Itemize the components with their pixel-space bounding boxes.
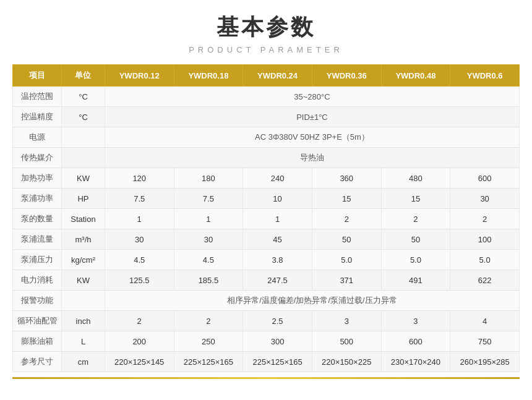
row-cell: 4.5 <box>105 250 174 270</box>
row-unit: Station <box>62 209 105 229</box>
row-cell: 360 <box>312 168 381 189</box>
table-row: 传热媒介导热油 <box>13 148 520 168</box>
row-cell: 2 <box>450 209 520 229</box>
row-cell: 120 <box>105 168 174 189</box>
row-cell: 622 <box>450 270 520 291</box>
row-cell: 10 <box>243 189 312 209</box>
row-name: 泵浦功率 <box>13 189 62 209</box>
row-cell: 5.0 <box>450 250 520 270</box>
row-unit: KW <box>62 270 105 291</box>
row-unit <box>62 291 105 311</box>
bottom-line <box>12 377 520 379</box>
row-name: 泵浦流量 <box>13 229 62 250</box>
row-cell: 600 <box>450 168 520 189</box>
table-row: 膨胀油箱L200250300500600750 <box>13 331 520 352</box>
row-cell: 2 <box>174 311 243 331</box>
table-row: 泵浦流量m³/h3030455050100 <box>13 229 520 250</box>
row-cell: 30 <box>450 189 520 209</box>
row-span-value: PID±1°C <box>105 107 519 127</box>
row-unit: °C <box>62 87 105 107</box>
row-cell: 15 <box>312 189 381 209</box>
row-cell: 240 <box>243 168 312 189</box>
row-unit: cm <box>62 352 105 372</box>
row-cell: 5.0 <box>381 250 450 270</box>
row-cell: 3 <box>381 311 450 331</box>
row-unit: KW <box>62 168 105 189</box>
row-name: 泵浦压力 <box>13 250 62 270</box>
row-cell: 2 <box>105 311 174 331</box>
row-cell: 750 <box>450 331 520 352</box>
header-col3: YWDR0.24 <box>243 65 312 87</box>
row-cell: 220×125×145 <box>105 352 174 372</box>
header-col5: YWDR0.48 <box>381 65 450 87</box>
header-col4: YWDR0.36 <box>312 65 381 87</box>
row-span-value: 导热油 <box>105 148 519 168</box>
header-col1: YWDR0.12 <box>105 65 174 87</box>
row-cell: 491 <box>381 270 450 291</box>
table-header-row: 项目 单位 YWDR0.12 YWDR0.18 YWDR0.24 YWDR0.3… <box>13 65 520 87</box>
row-cell: 1 <box>174 209 243 229</box>
row-unit <box>62 127 105 148</box>
row-cell: 4 <box>450 311 520 331</box>
row-cell: 50 <box>381 229 450 250</box>
row-name: 加热功率 <box>13 168 62 189</box>
row-cell: 2 <box>381 209 450 229</box>
row-cell: 2.5 <box>243 311 312 331</box>
row-cell: 247.5 <box>243 270 312 291</box>
row-cell: 30 <box>105 229 174 250</box>
table-wrapper: 项目 单位 YWDR0.12 YWDR0.18 YWDR0.24 YWDR0.3… <box>12 64 520 372</box>
row-name: 泵的数量 <box>13 209 62 229</box>
table-body: 温控范围°C35~280°C控温精度°CPID±1°C电源AC 3Φ380V 5… <box>13 87 520 372</box>
row-cell: 480 <box>381 168 450 189</box>
row-cell: 371 <box>312 270 381 291</box>
row-cell: 1 <box>105 209 174 229</box>
table-row: 泵浦功率HP7.57.510151530 <box>13 189 520 209</box>
row-unit: °C <box>62 107 105 127</box>
header-col6: YWDR0.6 <box>450 65 520 87</box>
table-row: 报警功能相序异常/温度偏差/加热异常/泵浦过载/压力异常 <box>13 291 520 311</box>
row-unit: HP <box>62 189 105 209</box>
row-cell: 300 <box>243 331 312 352</box>
row-cell: 5.0 <box>312 250 381 270</box>
row-cell: 3 <box>312 311 381 331</box>
header-unit: 单位 <box>62 65 105 87</box>
row-cell: 200 <box>105 331 174 352</box>
row-cell: 230×170×240 <box>381 352 450 372</box>
row-cell: 50 <box>312 229 381 250</box>
page-title: 基本参数 <box>217 12 315 43</box>
row-unit <box>62 148 105 168</box>
row-cell: 4.5 <box>174 250 243 270</box>
table-row: 电源AC 3Φ380V 50HZ 3P+E（5m） <box>13 127 520 148</box>
table-row: 电力消耗KW125.5185.5247.5371491622 <box>13 270 520 291</box>
row-cell: 1 <box>243 209 312 229</box>
header-item: 项目 <box>13 65 62 87</box>
row-cell: 100 <box>450 229 520 250</box>
row-name: 电力消耗 <box>13 270 62 291</box>
row-cell: 2 <box>312 209 381 229</box>
row-name: 循环油配管 <box>13 311 62 331</box>
row-cell: 7.5 <box>174 189 243 209</box>
row-cell: 225×125×165 <box>243 352 312 372</box>
row-name: 温控范围 <box>13 87 62 107</box>
row-cell: 260×195×285 <box>450 352 520 372</box>
table-row: 加热功率KW120180240360480600 <box>13 168 520 189</box>
row-cell: 45 <box>243 229 312 250</box>
row-cell: 220×150×225 <box>312 352 381 372</box>
row-cell: 250 <box>174 331 243 352</box>
row-cell: 15 <box>381 189 450 209</box>
row-cell: 30 <box>174 229 243 250</box>
row-unit: inch <box>62 311 105 331</box>
table-row: 温控范围°C35~280°C <box>13 87 520 107</box>
row-unit: kg/cm² <box>62 250 105 270</box>
table-row: 参考尺寸cm220×125×145225×125×165225×125×1652… <box>13 352 520 372</box>
row-cell: 225×125×165 <box>174 352 243 372</box>
row-name: 膨胀油箱 <box>13 331 62 352</box>
row-name: 参考尺寸 <box>13 352 62 372</box>
row-cell: 180 <box>174 168 243 189</box>
row-span-value: AC 3Φ380V 50HZ 3P+E（5m） <box>105 127 519 148</box>
row-name: 传热媒介 <box>13 148 62 168</box>
row-cell: 500 <box>312 331 381 352</box>
row-unit: L <box>62 331 105 352</box>
row-cell: 3.8 <box>243 250 312 270</box>
table-row: 控温精度°CPID±1°C <box>13 107 520 127</box>
